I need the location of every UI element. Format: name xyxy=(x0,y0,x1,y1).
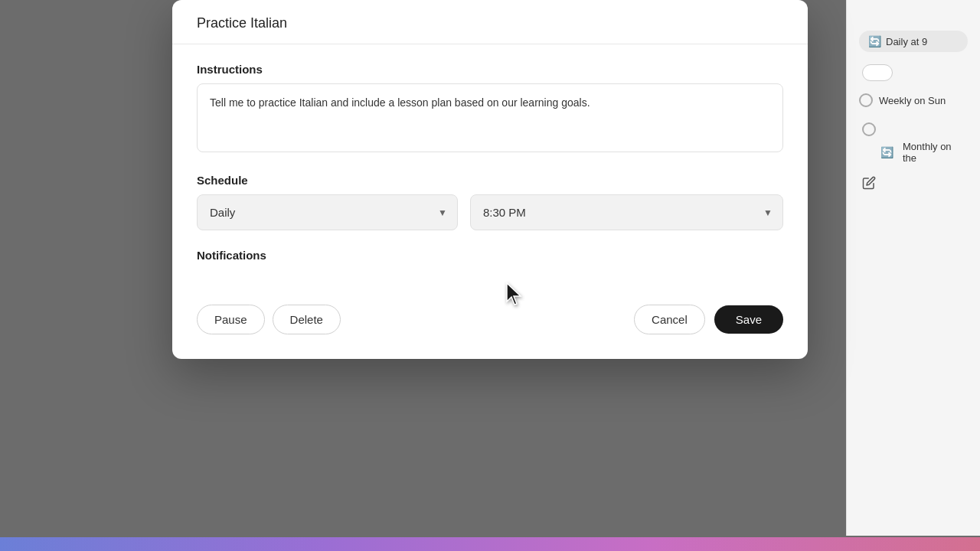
refresh-icon-daily: 🔄 xyxy=(868,35,881,47)
edit-modal: Instructions Schedule Daily Weekly Month… xyxy=(172,0,808,359)
modal-title-area xyxy=(172,0,808,44)
save-button[interactable]: Save xyxy=(714,305,783,334)
cancel-button[interactable]: Cancel xyxy=(634,305,705,334)
daily-schedule-item[interactable]: 🔄 Daily at 9 xyxy=(859,31,968,52)
modal-body: Instructions Schedule Daily Weekly Month… xyxy=(172,44,808,305)
schedule-label: Schedule xyxy=(197,174,783,187)
refresh-icon-monthly: 🔄 xyxy=(880,146,893,158)
weekly-label: Weekly on Sun xyxy=(879,95,946,106)
delete-button[interactable]: Delete xyxy=(273,305,341,334)
bottom-gradient-bar xyxy=(0,537,980,551)
instructions-label: Instructions xyxy=(197,63,783,76)
notifications-section: Notifications xyxy=(197,249,783,262)
schedule-row: Daily Weekly Monthly ▼ 8:00 PM 8:30 PM 9… xyxy=(197,194,783,230)
weekly-schedule-item[interactable]: Weekly on Sun xyxy=(859,93,968,107)
time-select[interactable]: 8:00 PM 8:30 PM 9:00 PM 9:30 PM xyxy=(470,194,783,230)
notifications-label: Notifications xyxy=(197,249,783,262)
weekly-radio[interactable] xyxy=(859,93,873,107)
time-select-wrapper: 8:00 PM 8:30 PM 9:00 PM 9:30 PM ▼ xyxy=(470,194,783,230)
monthly-radio[interactable] xyxy=(862,122,876,136)
task-title-input[interactable] xyxy=(197,15,783,31)
right-action-buttons: Cancel Save xyxy=(634,305,783,334)
pause-button[interactable]: Pause xyxy=(197,305,265,334)
right-panel: 🔄 Daily at 9 Weekly on Sun 🔄 Monthly on … xyxy=(846,0,980,536)
instructions-textarea[interactable] xyxy=(197,83,783,152)
toggle-switch[interactable] xyxy=(862,64,893,81)
monthly-schedule-item[interactable]: 🔄 Monthly on the xyxy=(859,141,968,164)
monthly-label: Monthly on the xyxy=(903,141,968,164)
schedule-section: Schedule Daily Weekly Monthly ▼ 8:00 PM … xyxy=(197,174,783,230)
frequency-select-wrapper: Daily Weekly Monthly ▼ xyxy=(197,194,458,230)
pencil-icon[interactable] xyxy=(859,176,968,193)
frequency-select[interactable]: Daily Weekly Monthly xyxy=(197,194,458,230)
daily-label: Daily at 9 xyxy=(886,36,927,47)
modal-footer: Pause Delete Cancel Save xyxy=(172,305,808,334)
left-action-buttons: Pause Delete xyxy=(197,305,341,334)
